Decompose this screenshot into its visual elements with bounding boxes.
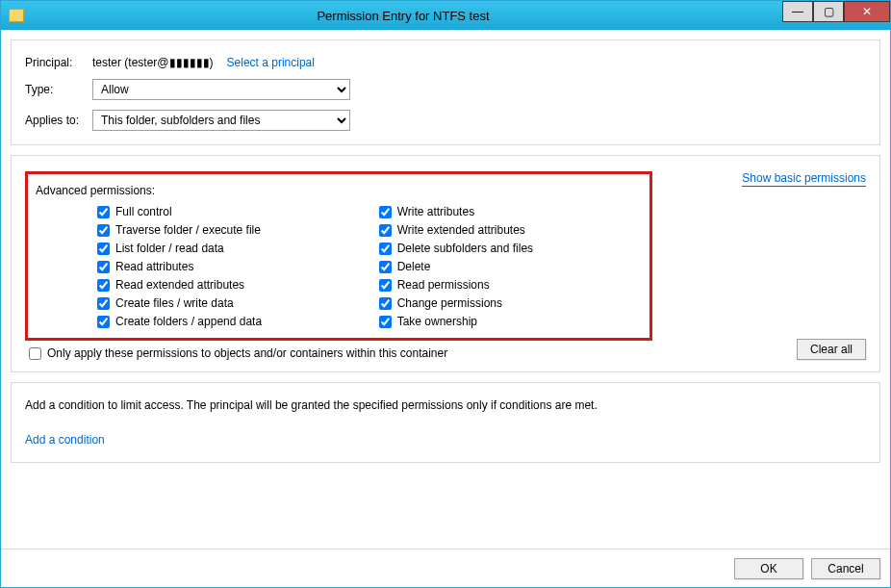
- advanced-permissions-header: Advanced permissions:: [36, 184, 640, 197]
- maximize-button[interactable]: ▢: [813, 1, 844, 22]
- perm-full-control-checkbox[interactable]: [97, 206, 110, 218]
- perm-full-control[interactable]: Full control: [97, 205, 379, 218]
- principal-row: Principal: tester (tester@▮▮▮▮▮▮) Select…: [25, 56, 866, 69]
- perm-traverse-folder[interactable]: Traverse folder / execute file: [97, 223, 379, 237]
- only-apply-label: Only apply these permissions to objects …: [47, 346, 447, 360]
- clear-all-button[interactable]: Clear all: [797, 339, 866, 360]
- perm-read-attributes-checkbox[interactable]: [97, 261, 110, 273]
- perm-read-permissions[interactable]: Read permissions: [379, 278, 640, 292]
- perm-change-permissions[interactable]: Change permissions: [379, 296, 640, 310]
- window-title: Permission Entry for NTFS test: [24, 9, 782, 23]
- type-row: Type: Allow: [25, 79, 866, 100]
- window-controls: — ▢ ✕: [782, 1, 890, 30]
- cancel-button[interactable]: Cancel: [811, 558, 880, 579]
- type-label: Type:: [25, 83, 92, 96]
- perm-delete-subfolders-checkbox[interactable]: [379, 243, 392, 255]
- add-condition-link[interactable]: Add a condition: [25, 433, 105, 447]
- permissions-panel: Show basic permissions Advanced permissi…: [11, 155, 880, 372]
- applies-row: Applies to: This folder, subfolders and …: [25, 110, 866, 131]
- content-area: Principal: tester (tester@▮▮▮▮▮▮) Select…: [1, 30, 890, 549]
- select-principal-link[interactable]: Select a principal: [227, 56, 315, 69]
- perm-list-folder-checkbox[interactable]: [97, 243, 110, 255]
- folder-icon: [9, 9, 24, 22]
- perm-read-extended-attributes[interactable]: Read extended attributes: [97, 278, 379, 292]
- applies-select[interactable]: This folder, subfolders and files: [92, 110, 350, 131]
- principal-label: Principal:: [25, 56, 92, 69]
- perm-create-files[interactable]: Create files / write data: [97, 296, 379, 310]
- perm-write-attributes[interactable]: Write attributes: [379, 205, 640, 218]
- only-apply-checkbox[interactable]: [29, 347, 41, 360]
- principal-panel: Principal: tester (tester@▮▮▮▮▮▮) Select…: [11, 39, 880, 145]
- window: Permission Entry for NTFS test — ▢ ✕ Pri…: [0, 0, 891, 588]
- condition-panel: Add a condition to limit access. The pri…: [11, 382, 880, 463]
- close-button[interactable]: ✕: [844, 1, 890, 22]
- perm-delete[interactable]: Delete: [379, 260, 640, 273]
- perm-create-folders[interactable]: Create folders / append data: [97, 315, 379, 328]
- titlebar: Permission Entry for NTFS test — ▢ ✕: [1, 1, 890, 30]
- principal-value: tester (tester@▮▮▮▮▮▮): [92, 56, 214, 69]
- perm-traverse-folder-checkbox[interactable]: [97, 224, 110, 237]
- condition-text: Add a condition to limit access. The pri…: [25, 398, 866, 412]
- perm-delete-checkbox[interactable]: [379, 261, 392, 273]
- perm-list-folder[interactable]: List folder / read data: [97, 242, 379, 255]
- perm-change-permissions-checkbox[interactable]: [379, 297, 392, 310]
- applies-label: Applies to:: [25, 114, 92, 127]
- permissions-columns: Full control Traverse folder / execute f…: [32, 205, 640, 328]
- perm-write-extended-attributes-checkbox[interactable]: [379, 224, 392, 237]
- perm-write-extended-attributes[interactable]: Write extended attributes: [379, 223, 640, 237]
- perm-take-ownership[interactable]: Take ownership: [379, 315, 640, 328]
- perm-create-files-checkbox[interactable]: [97, 297, 110, 310]
- perm-read-extended-attributes-checkbox[interactable]: [97, 279, 110, 292]
- type-select[interactable]: Allow: [92, 79, 350, 100]
- perm-read-attributes[interactable]: Read attributes: [97, 260, 379, 273]
- perm-write-attributes-checkbox[interactable]: [379, 206, 392, 218]
- minimize-button[interactable]: —: [782, 1, 813, 22]
- permissions-col-right: Write attributes Write extended attribut…: [379, 205, 640, 328]
- perm-create-folders-checkbox[interactable]: [97, 316, 110, 328]
- advanced-permissions-box: Advanced permissions: Full control Trave…: [25, 171, 652, 341]
- footer: OK Cancel: [1, 549, 890, 587]
- show-basic-permissions-link[interactable]: Show basic permissions: [742, 171, 866, 187]
- perm-read-permissions-checkbox[interactable]: [379, 279, 392, 292]
- permissions-col-left: Full control Traverse folder / execute f…: [32, 205, 379, 328]
- perm-take-ownership-checkbox[interactable]: [379, 316, 392, 328]
- ok-button[interactable]: OK: [734, 558, 803, 579]
- perm-delete-subfolders[interactable]: Delete subfolders and files: [379, 242, 640, 255]
- only-apply-row[interactable]: Only apply these permissions to objects …: [29, 346, 866, 360]
